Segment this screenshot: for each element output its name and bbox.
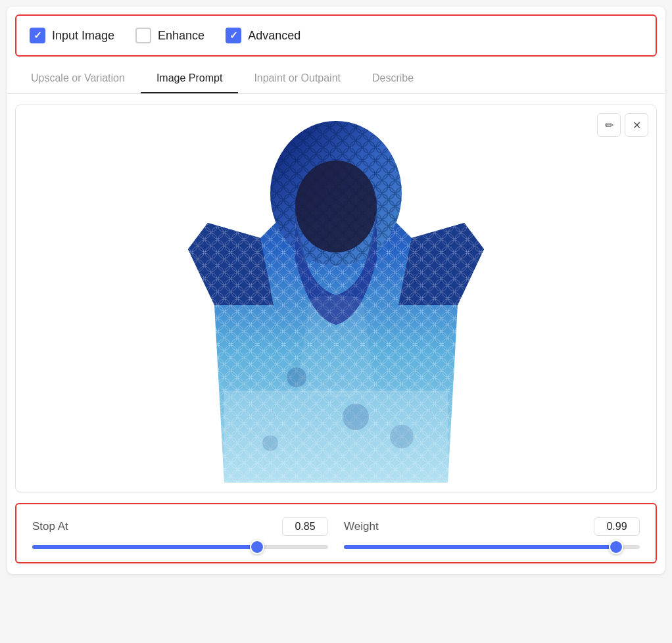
input-image-checkbox[interactable]: Input Image bbox=[30, 28, 114, 43]
stop-at-value: 0.85 bbox=[282, 517, 328, 536]
weight-track[interactable] bbox=[344, 545, 640, 549]
remove-image-button[interactable]: ✕ bbox=[625, 113, 648, 137]
svg-point-17 bbox=[390, 425, 414, 448]
stop-at-thumb[interactable] bbox=[250, 540, 264, 554]
image-actions: ✏ ✕ bbox=[597, 113, 648, 137]
weight-value: 0.99 bbox=[594, 517, 640, 536]
stop-at-header: Stop At 0.85 bbox=[32, 517, 328, 536]
close-icon: ✕ bbox=[633, 119, 641, 131]
advanced-checkbox-box[interactable] bbox=[226, 28, 241, 43]
tab-describe[interactable]: Describe bbox=[356, 64, 429, 93]
weight-group: Weight 0.99 bbox=[344, 517, 640, 549]
stop-at-track[interactable] bbox=[32, 545, 328, 549]
edit-image-button[interactable]: ✏ bbox=[597, 113, 621, 137]
stop-at-label: Stop At bbox=[32, 520, 68, 533]
tab-upscale[interactable]: Upscale or Variation bbox=[15, 64, 141, 93]
input-image-label: Input Image bbox=[52, 29, 114, 43]
main-container: Input Image Enhance Advanced Upscale or … bbox=[7, 7, 665, 574]
tabs-bar: Upscale or Variation Image Prompt Inpain… bbox=[7, 64, 665, 94]
weight-header: Weight 0.99 bbox=[344, 517, 640, 536]
stop-at-fill bbox=[32, 545, 257, 549]
sliders-section: Stop At 0.85 Weight 0.99 bbox=[15, 503, 657, 563]
weight-fill bbox=[344, 545, 616, 549]
svg-point-12 bbox=[295, 160, 377, 252]
image-upload-area: ✏ ✕ bbox=[15, 105, 657, 492]
weight-label: Weight bbox=[344, 520, 379, 533]
svg-point-15 bbox=[343, 404, 369, 430]
advanced-label: Advanced bbox=[248, 29, 300, 43]
hoodie-image bbox=[16, 108, 656, 489]
enhance-checkbox-box[interactable] bbox=[135, 28, 151, 43]
stop-at-group: Stop At 0.85 bbox=[32, 517, 328, 549]
enhance-label: Enhance bbox=[158, 29, 204, 43]
tab-image-prompt[interactable]: Image Prompt bbox=[141, 64, 238, 93]
weight-thumb[interactable] bbox=[609, 540, 623, 554]
edit-icon: ✏ bbox=[605, 119, 613, 131]
input-image-checkbox-box[interactable] bbox=[30, 28, 45, 43]
svg-point-16 bbox=[262, 435, 278, 451]
svg-point-14 bbox=[287, 368, 306, 387]
tab-inpaint[interactable]: Inpaint or Outpaint bbox=[238, 64, 356, 93]
checkbox-bar: Input Image Enhance Advanced bbox=[15, 14, 657, 57]
advanced-checkbox[interactable]: Advanced bbox=[226, 28, 300, 43]
svg-rect-13 bbox=[224, 391, 448, 483]
enhance-checkbox[interactable]: Enhance bbox=[135, 28, 204, 43]
